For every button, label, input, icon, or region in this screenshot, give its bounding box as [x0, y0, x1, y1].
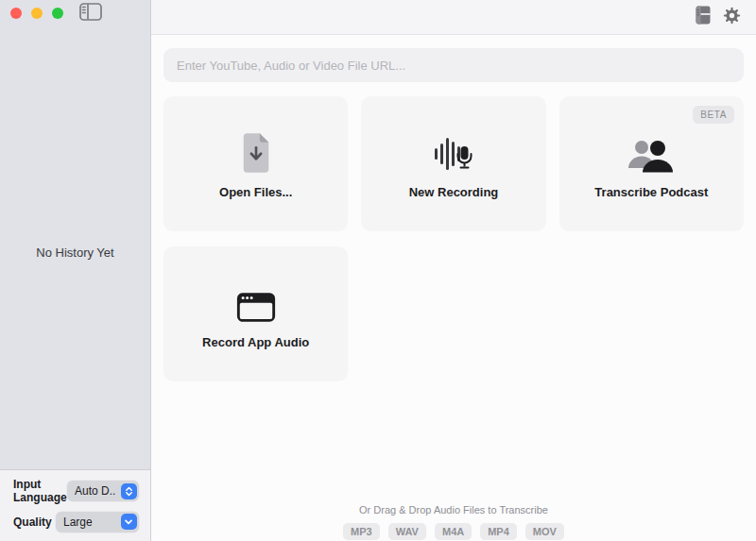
- record-app-audio-card[interactable]: Record App Audio: [163, 246, 348, 381]
- app-window-icon: [235, 279, 277, 324]
- sidebar-settings-panel: Input Language Auto D... Quality Large: [0, 469, 150, 541]
- quality-value: Large: [63, 516, 116, 529]
- open-files-card[interactable]: Open Files...: [163, 96, 348, 231]
- input-language-label: Input Language: [13, 478, 64, 505]
- transcripts-notebook-button[interactable]: [696, 6, 711, 28]
- format-badge-wav: WAV: [388, 523, 426, 540]
- settings-button[interactable]: [723, 7, 741, 28]
- card-label: Open Files...: [219, 185, 292, 199]
- sidebar-toggle-icon: [79, 3, 102, 25]
- url-input[interactable]: [163, 48, 744, 82]
- sidebar: No History Yet Input Language Auto D... …: [0, 0, 151, 541]
- chevron-up-down-icon: [121, 483, 137, 499]
- action-card-grid: Open Files...: [163, 96, 744, 381]
- minimize-window-button[interactable]: [31, 8, 43, 19]
- quality-dropdown[interactable]: Large: [56, 512, 139, 533]
- card-label: Record App Audio: [202, 335, 309, 349]
- format-badge-m4a: M4A: [435, 523, 472, 540]
- format-badge-mp4: MP4: [480, 523, 517, 540]
- drop-hint-text: Or Drag & Drop Audio Files to Transcribe: [151, 504, 756, 516]
- new-recording-card[interactable]: New Recording: [361, 96, 545, 231]
- drop-zone: Or Drag & Drop Audio Files to Transcribe…: [151, 504, 756, 540]
- input-language-dropdown[interactable]: Auto D...: [67, 481, 139, 501]
- chevron-down-icon: [121, 514, 137, 530]
- format-badge-list: MP3 WAV M4A MP4 MOV: [151, 523, 756, 540]
- window-controls: [10, 8, 63, 19]
- notebook-icon: [696, 6, 711, 28]
- main-content: Open Files...: [151, 48, 756, 541]
- input-language-value: Auto D...: [75, 484, 116, 498]
- titlebar: [151, 0, 756, 35]
- zoom-window-button[interactable]: [52, 8, 63, 19]
- waveform-microphone-icon: [433, 128, 474, 174]
- two-people-icon: [627, 128, 675, 174]
- transcribe-podcast-card[interactable]: BETA Transcribe Podcast: [559, 96, 744, 231]
- quality-label: Quality: [13, 516, 52, 529]
- close-window-button[interactable]: [10, 8, 22, 19]
- card-label: New Recording: [409, 185, 499, 199]
- toggle-sidebar-button[interactable]: [78, 4, 103, 24]
- main-area: Open Files...: [151, 0, 756, 541]
- format-badge-mp3: MP3: [343, 523, 380, 540]
- gear-icon: [723, 7, 741, 28]
- format-badge-mov: MOV: [525, 523, 564, 540]
- history-empty-state: No History Yet: [0, 245, 150, 260]
- document-download-icon: [239, 128, 273, 174]
- card-label: Transcribe Podcast: [594, 185, 708, 199]
- beta-badge: BETA: [693, 106, 734, 124]
